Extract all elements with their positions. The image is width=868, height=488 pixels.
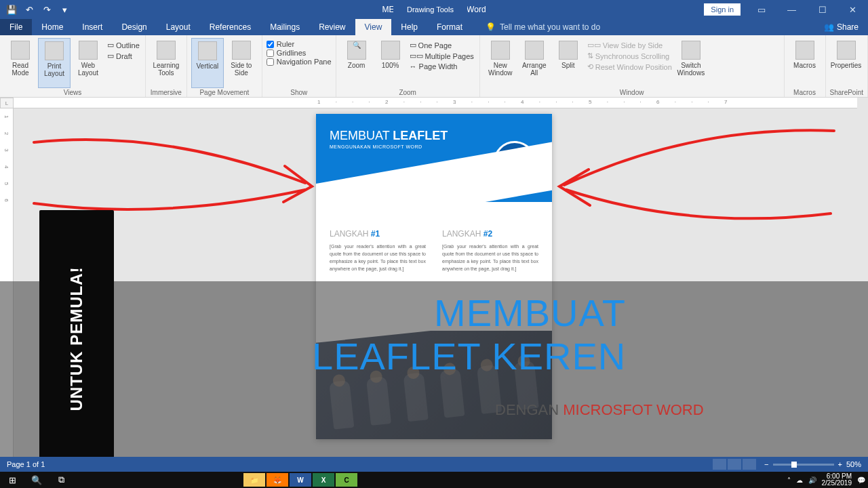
leaflet-header: MEMBUAT LEAFLET MENGGUNAKAN MICROSOFT WO… bbox=[316, 114, 552, 202]
taskbar-camtasia-icon[interactable]: C bbox=[336, 473, 357, 487]
leaflet-col-1[interactable]: LANGKAH #1 [Grab your reader's attention… bbox=[330, 229, 426, 272]
save-icon[interactable]: 💾 bbox=[4, 2, 19, 17]
undo-icon[interactable]: ↶ bbox=[22, 2, 37, 17]
zoom-icon: 🔍 bbox=[347, 41, 366, 60]
tab-review[interactable]: Review bbox=[309, 19, 355, 35]
redo-icon[interactable]: ↷ bbox=[39, 2, 54, 17]
taskbar-firefox-icon[interactable]: 🦊 bbox=[267, 473, 288, 487]
split-icon bbox=[559, 41, 578, 60]
side-to-side-button[interactable]: Side to Side bbox=[225, 38, 258, 88]
learning-tools-icon bbox=[157, 41, 176, 60]
properties-icon bbox=[837, 41, 856, 60]
zoom-in-button[interactable]: + bbox=[838, 460, 842, 468]
tab-mailings[interactable]: Mailings bbox=[260, 19, 309, 35]
task-view-icon[interactable]: ⧉ bbox=[49, 472, 73, 488]
properties-button[interactable]: Properties bbox=[830, 38, 863, 88]
sign-in-button[interactable]: Sign in bbox=[704, 3, 741, 16]
group-sharepoint: Properties SharePoint bbox=[826, 35, 868, 97]
web-layout-icon bbox=[79, 41, 98, 60]
ruler-checkbox[interactable]: Ruler bbox=[267, 40, 332, 48]
gridlines-checkbox[interactable]: Gridlines bbox=[267, 49, 332, 57]
ribbon: Read Mode Print Layout Web Layout ▭ Outl… bbox=[0, 35, 868, 98]
tell-me-label: Tell me what you want to do bbox=[500, 22, 600, 32]
ruler-corner: L bbox=[0, 98, 14, 108]
taskbar-explorer-icon[interactable]: 📁 bbox=[243, 473, 265, 487]
multi-pages-button[interactable]: ▭▭ Multiple Pages bbox=[408, 51, 475, 61]
page-width-button[interactable]: ↔ Page Width bbox=[408, 62, 475, 71]
tab-format[interactable]: Format bbox=[427, 19, 472, 35]
sharepoint-group-label: SharePoint bbox=[830, 88, 863, 96]
arrange-all-button[interactable]: Arrange All bbox=[518, 38, 551, 88]
page-count[interactable]: Page 1 of 1 bbox=[7, 460, 45, 468]
step1-heading: LANGKAH #1 bbox=[330, 229, 426, 239]
zoom-out-button[interactable]: − bbox=[764, 460, 768, 468]
reset-window-button: ⟲ Reset Window Position bbox=[586, 62, 673, 72]
zoom-slider[interactable] bbox=[773, 464, 834, 466]
overlay-title: MEMBUAT LEAFLET KEREN bbox=[434, 291, 626, 378]
step1-body: [Grab your reader's attention with a gre… bbox=[330, 243, 426, 272]
tab-view[interactable]: View bbox=[355, 19, 392, 35]
macros-icon bbox=[795, 41, 814, 60]
qat-dropdown-icon[interactable]: ▾ bbox=[57, 2, 72, 17]
group-page-movement: Vertical Side to Side Page Movement bbox=[187, 35, 262, 97]
taskbar-clock[interactable]: 6:00 PM2/25/2019 bbox=[822, 473, 852, 487]
maximize-icon[interactable]: ☐ bbox=[807, 0, 837, 19]
draft-button[interactable]: ▭ Draft bbox=[106, 51, 141, 61]
print-layout-icon bbox=[45, 41, 64, 60]
show-group-label: Show bbox=[267, 88, 332, 96]
web-layout-button[interactable]: Web Layout bbox=[72, 38, 104, 88]
tray-onedrive-icon[interactable]: ☁ bbox=[796, 476, 803, 484]
horizontal-ruler[interactable]: 1 · · · 2 · · · 3 · · · 4 · · · 5 · · · … bbox=[14, 98, 857, 108]
zoom-percent[interactable]: 50% bbox=[846, 460, 861, 468]
window-group-label: Window bbox=[484, 88, 780, 96]
outline-button[interactable]: ▭ Outline bbox=[106, 40, 141, 50]
taskbar-word-icon[interactable]: W bbox=[290, 473, 311, 487]
tab-help[interactable]: Help bbox=[391, 19, 427, 35]
zoom-button[interactable]: 🔍Zoom bbox=[340, 38, 373, 88]
tab-layout[interactable]: Layout bbox=[157, 19, 200, 35]
close-icon[interactable]: ✕ bbox=[837, 0, 868, 19]
one-page-button[interactable]: ▭ One Page bbox=[408, 40, 475, 50]
start-button[interactable]: ⊞ bbox=[0, 472, 24, 488]
read-mode-button[interactable]: Read Mode bbox=[4, 38, 37, 88]
group-immersive: Learning Tools Immersive bbox=[146, 35, 187, 97]
vertical-icon bbox=[198, 41, 217, 60]
search-icon[interactable]: 🔍 bbox=[24, 472, 49, 488]
step2-body: [Grab your reader's attention with a gre… bbox=[442, 243, 538, 272]
quick-access-toolbar: 💾 ↶ ↷ ▾ bbox=[0, 2, 76, 17]
leaflet-subtitle[interactable]: MENGGUNAKAN MICROSOFT WORD bbox=[330, 144, 422, 149]
title-bar: 💾 ↶ ↷ ▾ MEMBUAT LEAFLET - Word Drawing T… bbox=[0, 0, 868, 19]
sync-scroll-button: ⇅ Synchronous Scrolling bbox=[586, 51, 673, 61]
new-window-button[interactable]: New Window bbox=[484, 38, 517, 88]
print-layout-button[interactable]: Print Layout bbox=[38, 38, 71, 88]
leaflet-col-2[interactable]: LANGKAH #2 [Grab your reader's attention… bbox=[442, 229, 538, 272]
split-button[interactable]: Split bbox=[552, 38, 585, 88]
tab-references[interactable]: References bbox=[200, 19, 260, 35]
share-button[interactable]: 👥 Share bbox=[814, 19, 868, 35]
nav-pane-checkbox[interactable]: Navigation Pane bbox=[267, 58, 332, 66]
overlay-subtitle: DENGAN MICROSFOT WORD bbox=[495, 401, 704, 419]
switch-windows-icon bbox=[682, 41, 701, 60]
tab-home[interactable]: Home bbox=[32, 19, 73, 35]
tab-insert[interactable]: Insert bbox=[73, 19, 112, 35]
tell-me-search[interactable]: 💡 Tell me what you want to do bbox=[486, 19, 600, 35]
vertical-button[interactable]: Vertical bbox=[191, 38, 224, 88]
switch-windows-button[interactable]: Switch Windows bbox=[675, 38, 707, 88]
zoom-100-button[interactable]: 100% bbox=[374, 38, 407, 88]
zoom-group-label: Zoom bbox=[340, 88, 475, 96]
notifications-icon[interactable]: 💬 bbox=[857, 476, 865, 484]
tab-design[interactable]: Design bbox=[112, 19, 156, 35]
read-view-icon[interactable] bbox=[713, 459, 726, 470]
web-view-icon[interactable] bbox=[743, 459, 756, 470]
tray-up-icon[interactable]: ˄ bbox=[787, 476, 791, 484]
tray-volume-icon[interactable]: 🔊 bbox=[808, 476, 816, 484]
taskbar-excel-icon[interactable]: X bbox=[313, 473, 334, 487]
print-view-icon[interactable] bbox=[728, 459, 741, 470]
learning-tools-button[interactable]: Learning Tools bbox=[150, 38, 182, 88]
leaflet-title[interactable]: MEMBUAT LEAFLET bbox=[330, 129, 448, 143]
macros-button[interactable]: Macros bbox=[789, 38, 821, 88]
minimize-icon[interactable]: — bbox=[776, 0, 807, 19]
tab-file[interactable]: File bbox=[0, 19, 32, 35]
group-window: New Window Arrange All Split ▭▭ View Sid… bbox=[480, 35, 785, 97]
ribbon-options-icon[interactable]: ▭ bbox=[746, 0, 776, 19]
